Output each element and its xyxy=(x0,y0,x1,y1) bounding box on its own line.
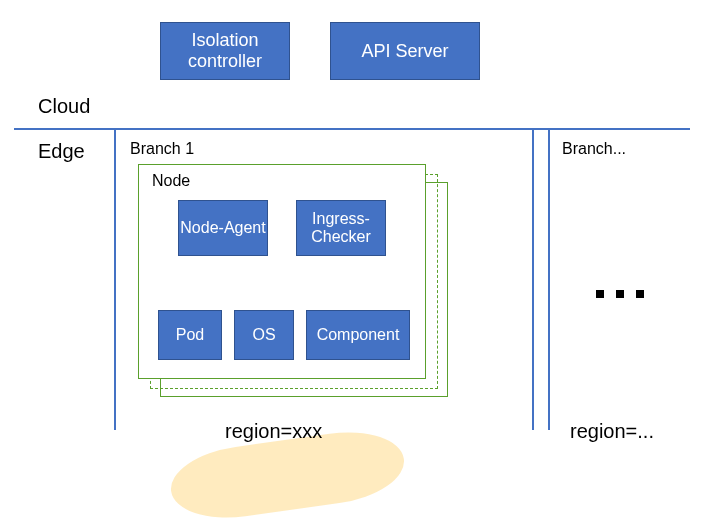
dot-icon xyxy=(616,290,624,298)
diagram-root: Isolation controller API Server Cloud Ed… xyxy=(0,0,712,521)
ingress-checker-label: Ingress-Checker xyxy=(297,210,385,247)
component-label: Component xyxy=(317,326,400,344)
node-title: Node xyxy=(152,172,190,190)
pod-label: Pod xyxy=(176,326,204,344)
dot-icon xyxy=(596,290,604,298)
component-box: Component xyxy=(306,310,410,360)
ingress-checker-box: Ingress-Checker xyxy=(296,200,386,256)
api-server-box: API Server xyxy=(330,22,480,80)
dot-icon xyxy=(636,290,644,298)
api-server-label: API Server xyxy=(361,41,448,62)
os-label: OS xyxy=(252,326,275,344)
node-agent-label: Node-Agent xyxy=(180,219,265,237)
isolation-controller-box: Isolation controller xyxy=(160,22,290,80)
os-box: OS xyxy=(234,310,294,360)
branch1-left-sep xyxy=(114,128,116,430)
ellipsis-icon xyxy=(590,290,650,298)
cloud-label: Cloud xyxy=(38,95,90,118)
branch1-right-sep xyxy=(532,128,534,430)
edge-label: Edge xyxy=(38,140,85,163)
branch1-title: Branch 1 xyxy=(130,140,194,158)
node-agent-box: Node-Agent xyxy=(178,200,268,256)
branch1-region-label: region=xxx xyxy=(225,420,322,443)
branch-more-region-label: region=... xyxy=(570,420,654,443)
branch-more-left-sep xyxy=(548,128,550,430)
branch-more-title: Branch... xyxy=(562,140,626,158)
isolation-controller-label: Isolation controller xyxy=(161,30,289,71)
pod-box: Pod xyxy=(158,310,222,360)
